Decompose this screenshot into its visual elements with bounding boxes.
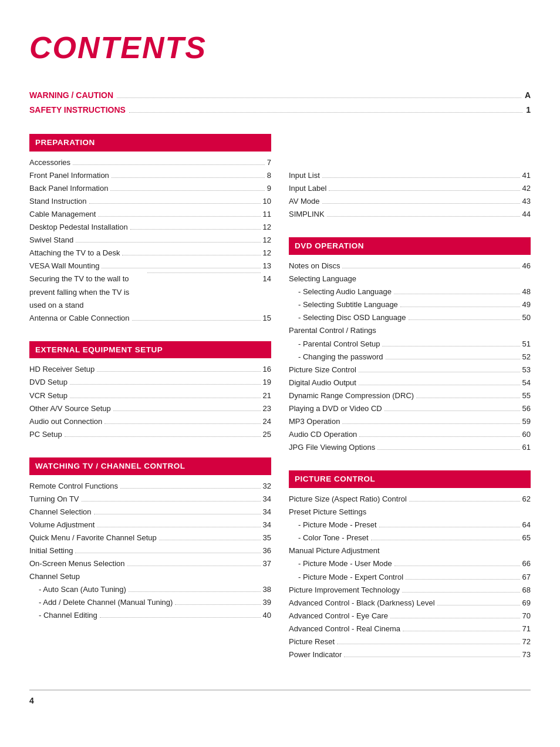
list-item: Advanced Control - Eye Care70 <box>289 610 531 622</box>
list-item: JPG File Viewing Options61 <box>289 441 531 454</box>
list-item: DVD Setup19 <box>29 376 271 389</box>
list-item: Playing a DVD or Video CD56 <box>289 402 531 415</box>
list-item: Picture Improvement Technology68 <box>289 584 531 597</box>
list-item: HD Receiver Setup16 <box>29 363 271 376</box>
warning-page: A <box>525 89 531 102</box>
list-item: Antenna or Cable Connection15 <box>29 312 271 325</box>
list-item: Channel Setup <box>29 570 271 583</box>
page-title: CONTENTS <box>29 23 531 72</box>
section-header-preparation: PREPARATION <box>29 134 271 152</box>
list-item: Advanced Control - Real Cinema71 <box>289 622 531 635</box>
list-item: Dynamic Range Compression (DRC)55 <box>289 389 531 402</box>
section-preparation: PREPARATION Accessories7 Front Panel Inf… <box>29 134 271 325</box>
list-item: Volume Adjustment34 <box>29 519 271 531</box>
list-item: VESA Wall Mounting13 <box>29 260 271 272</box>
warning-caution-label: WARNING / CAUTION <box>29 89 113 102</box>
section-picture-control: PICTURE CONTROL Picture Size (Aspect Rat… <box>289 470 531 661</box>
list-item: Picture Reset72 <box>289 635 531 648</box>
list-item: Initial Setting36 <box>29 544 271 557</box>
section-external-equipment: EXTERNAL EQUIPMENT SETUP HD Receiver Set… <box>29 341 271 441</box>
list-item: Quick Menu / Favorite Channel Setup35 <box>29 531 271 544</box>
list-item: - Channel Editing40 <box>29 609 271 622</box>
list-item: Power Indicator73 <box>289 648 531 661</box>
bottom-bar: 4 <box>29 689 531 708</box>
section-header-dvd: DVD OPERATION <box>289 237 531 255</box>
list-item: Back Panel Information9 <box>29 182 271 195</box>
list-item: - Add / Delete Channel (Manual Tuning)39 <box>29 596 271 609</box>
list-item: - Parental Control Setup51 <box>289 338 531 351</box>
list-item: Desktop Pedestal Installation12 <box>29 221 271 234</box>
section-header-external: EXTERNAL EQUIPMENT SETUP <box>29 341 271 359</box>
list-item: Manual Picture Adjustment <box>289 544 531 557</box>
list-item: Parental Control / Ratings <box>289 324 531 337</box>
section-watching-tv: WATCHING TV / CHANNEL CONTROL Remote Con… <box>29 457 271 622</box>
list-item: Swivel Stand12 <box>29 234 271 247</box>
list-item: Audio out Connection24 <box>29 415 271 428</box>
list-item: - Picture Mode - Preset64 <box>289 519 531 531</box>
list-item: Picture Size (Aspect Ratio) Control62 <box>289 493 531 506</box>
list-item: Front Panel Information8 <box>29 169 271 182</box>
list-item: SIMPLINK44 <box>289 208 531 221</box>
list-item: - Selecting Disc OSD Language50 <box>289 311 531 324</box>
safety-instructions-link: SAFETY INSTRUCTIONS 1 <box>29 103 531 116</box>
top-links-section: WARNING / CAUTION A SAFETY INSTRUCTIONS … <box>29 89 531 116</box>
list-item: - Selecting Subtitle Language49 <box>289 298 531 311</box>
main-layout: PREPARATION Accessories7 Front Panel Inf… <box>29 134 531 678</box>
list-item: Turning On TV34 <box>29 493 271 506</box>
list-item: Input Label42 <box>289 182 531 195</box>
list-item: AV Mode43 <box>289 195 531 208</box>
section-header-watching: WATCHING TV / CHANNEL CONTROL <box>29 457 271 475</box>
list-item: - Picture Mode - Expert Control67 <box>289 571 531 584</box>
list-item: Stand Instruction10 <box>29 195 271 208</box>
list-item: Other A/V Source Setup23 <box>29 402 271 415</box>
page-number: 4 <box>29 696 34 705</box>
list-item: Notes on Discs46 <box>289 260 531 272</box>
list-item: - Picture Mode - User Mode66 <box>289 557 531 570</box>
list-item: Cable Management11 <box>29 208 271 221</box>
section-input: Input List41 Input Label42 AV Mode43 SIM… <box>289 169 531 221</box>
section-dvd-operation: DVD OPERATION Notes on Discs46 Selecting… <box>289 237 531 454</box>
list-item: VCR Setup21 <box>29 389 271 402</box>
left-column: PREPARATION Accessories7 Front Panel Inf… <box>29 134 271 678</box>
section-header-picture: PICTURE CONTROL <box>289 470 531 488</box>
list-item: Selecting Language <box>289 272 531 285</box>
list-item: MP3 Operation59 <box>289 415 531 428</box>
list-item: - Auto Scan (Auto Tuning)38 <box>29 583 271 596</box>
list-item: - Color Tone - Preset65 <box>289 531 531 544</box>
list-item: - Selecting Audio Language48 <box>289 285 531 298</box>
list-item: Remote Control Functions32 <box>29 480 271 493</box>
warning-caution-link: WARNING / CAUTION A <box>29 89 531 102</box>
warning-dots <box>117 97 521 98</box>
list-item: On-Screen Menus Selection37 <box>29 557 271 570</box>
list-item: Accessories7 <box>29 156 271 169</box>
safety-instructions-label: SAFETY INSTRUCTIONS <box>29 103 126 116</box>
list-item: - Changing the password52 <box>289 351 531 364</box>
list-item: PC Setup25 <box>29 428 271 441</box>
safety-dots <box>129 112 522 113</box>
list-item: Input List41 <box>289 169 531 182</box>
list-item: Preset Picture Settings <box>289 506 531 519</box>
list-item: Channel Selection34 <box>29 506 271 519</box>
list-item: Audio CD Operation60 <box>289 428 531 441</box>
list-item: Picture Size Control53 <box>289 364 531 376</box>
list-item: Digital Audio Output54 <box>289 376 531 389</box>
list-item: Securing the TV to the wall to prevent f… <box>29 272 271 311</box>
right-column: Input List41 Input Label42 AV Mode43 SIM… <box>289 134 531 678</box>
list-item: Attaching the TV to a Desk12 <box>29 247 271 260</box>
safety-page: 1 <box>526 103 531 116</box>
list-item: Advanced Control - Black (Darkness) Leve… <box>289 597 531 610</box>
